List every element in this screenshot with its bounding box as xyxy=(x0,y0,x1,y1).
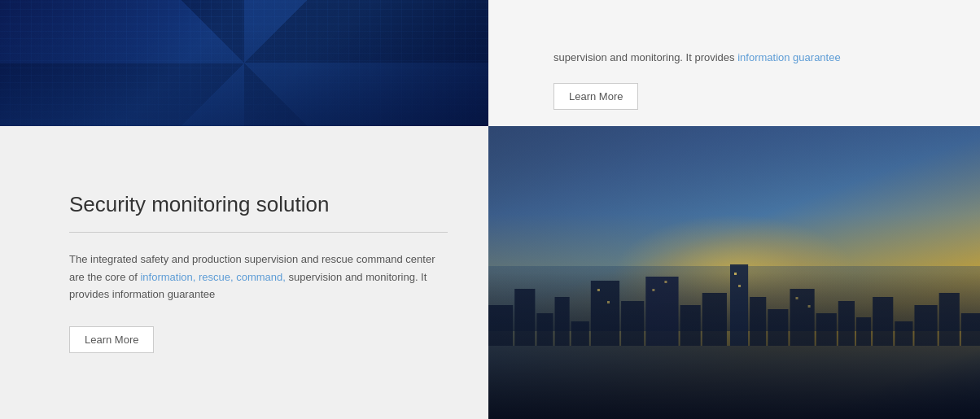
svg-rect-4 xyxy=(555,297,570,346)
top-desc-text1: supervision and monitoring. It provides xyxy=(553,51,737,63)
svg-rect-21 xyxy=(939,293,960,346)
svg-rect-28 xyxy=(738,285,741,287)
svg-rect-16 xyxy=(838,301,855,346)
svg-rect-15 xyxy=(816,313,837,346)
top-learn-more-button[interactable]: Learn More xyxy=(553,83,638,110)
svg-rect-9 xyxy=(680,305,701,346)
bottom-city-skyline-image xyxy=(488,126,980,419)
buildings-overlay xyxy=(0,0,488,126)
svg-rect-19 xyxy=(895,321,912,346)
city-grid-overlay xyxy=(0,0,488,126)
svg-rect-29 xyxy=(796,297,798,299)
svg-rect-3 xyxy=(536,313,553,346)
svg-rect-20 xyxy=(914,305,937,346)
water-reflection-effect xyxy=(488,266,980,331)
top-desc-link[interactable]: information guarantee xyxy=(737,51,840,63)
svg-rect-27 xyxy=(734,273,737,275)
sky-glow-effect xyxy=(612,214,856,336)
page-wrapper: supervision and monitoring. It provides … xyxy=(0,0,980,419)
svg-rect-13 xyxy=(768,309,788,346)
svg-rect-17 xyxy=(856,317,871,346)
skyline-svg xyxy=(488,256,980,419)
svg-rect-12 xyxy=(750,297,766,346)
svg-rect-18 xyxy=(873,297,893,346)
bottom-desc-link[interactable]: information, rescue, command, xyxy=(140,271,285,283)
svg-rect-11 xyxy=(730,264,748,346)
svg-rect-6 xyxy=(591,281,619,346)
svg-rect-23 xyxy=(597,289,600,291)
svg-rect-1 xyxy=(488,305,513,346)
heading-divider xyxy=(69,232,448,233)
bottom-section: Security monitoring solution The integra… xyxy=(0,126,980,419)
svg-rect-30 xyxy=(808,305,811,308)
top-text-panel: supervision and monitoring. It provides … xyxy=(488,0,980,126)
bottom-learn-more-button[interactable]: Learn More xyxy=(69,326,154,353)
bottom-text-panel: Security monitoring solution The integra… xyxy=(0,126,488,419)
svg-rect-14 xyxy=(790,289,814,346)
section-heading: Security monitoring solution xyxy=(69,192,448,217)
svg-rect-10 xyxy=(702,293,727,346)
bottom-description: The integrated safety and production sup… xyxy=(69,251,448,303)
top-aerial-city-image xyxy=(0,0,488,126)
svg-rect-8 xyxy=(645,277,678,346)
svg-rect-24 xyxy=(607,301,610,303)
svg-rect-25 xyxy=(652,289,654,291)
svg-rect-7 xyxy=(621,301,644,346)
top-description: supervision and monitoring. It provides … xyxy=(553,50,947,67)
top-section: supervision and monitoring. It provides … xyxy=(0,0,980,126)
svg-rect-5 xyxy=(571,321,589,346)
svg-rect-2 xyxy=(514,289,535,346)
svg-rect-0 xyxy=(488,346,980,419)
svg-rect-22 xyxy=(961,313,980,346)
skyline-silhouette xyxy=(488,256,980,419)
svg-rect-26 xyxy=(664,281,667,283)
